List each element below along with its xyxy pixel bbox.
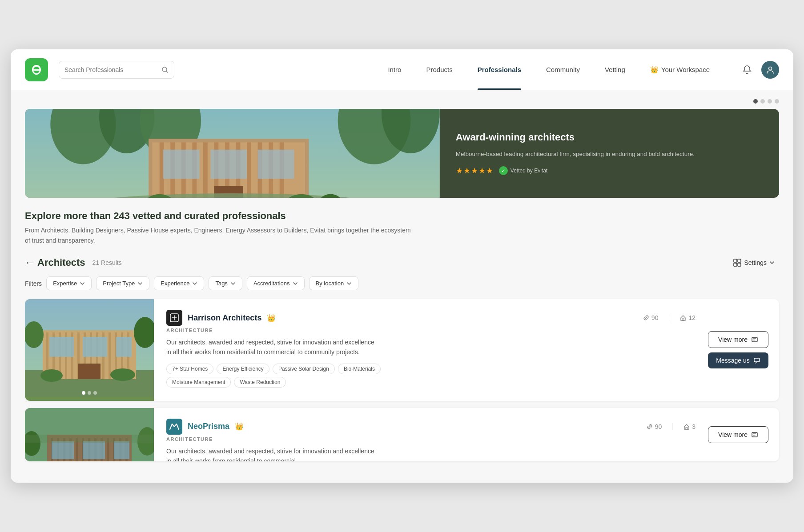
filter-project-type-button[interactable]: Project Type: [96, 276, 149, 290]
svg-rect-23: [210, 150, 247, 179]
hero-image: [25, 109, 440, 198]
links-number-harrison: 90: [651, 314, 659, 321]
filter-location-label: By location: [316, 280, 344, 287]
back-arrow-icon: ←: [25, 257, 35, 268]
card-body-neoprisma: NeoPrisma 👑 90: [154, 408, 708, 461]
app-logo[interactable]: [25, 58, 48, 81]
search-bar[interactable]: [59, 61, 174, 79]
hero-description: Melbourne-based leading architectural fi…: [456, 149, 763, 159]
filter-expertise-label: Expertise: [53, 280, 77, 287]
professional-card-harrison: Harrison Architects 👑 90: [25, 299, 779, 401]
svg-rect-14: [203, 143, 208, 198]
vetted-label: Vetted by Evitat: [511, 168, 547, 174]
card-description-neoprisma: Our architects, awarded and respected, s…: [166, 446, 380, 461]
filter-tags-button[interactable]: Tags: [209, 276, 242, 290]
hero-banner: Award-winning architects Melbourne-based…: [25, 109, 779, 198]
explore-description: From Architects, Building Designers, Pas…: [25, 225, 416, 245]
chevron-project-icon: [137, 281, 143, 286]
view-more-icon: [751, 336, 758, 343]
tag-7star[interactable]: 7+ Star Homes: [166, 364, 213, 374]
link-icon-2: [647, 424, 653, 430]
tag-waste-reduction[interactable]: Waste Reduction: [234, 377, 286, 388]
card-type-neoprisma: ARCHITECTURE: [166, 436, 695, 442]
filter-accreditations-label: Accreditations: [253, 280, 290, 287]
filter-location-button[interactable]: By location: [309, 276, 359, 290]
tags-row-harrison: 7+ Star Homes Energy Efficiency Passive …: [166, 364, 695, 374]
card-crown-harrison: 👑: [267, 314, 276, 322]
svg-rect-34: [738, 263, 741, 266]
svg-rect-48: [109, 332, 111, 379]
filters-row: Filters Expertise Project Type Experienc…: [25, 276, 779, 290]
card-logo-harrison: [166, 310, 182, 326]
tag-bio-materials[interactable]: Bio-Materials: [338, 364, 381, 374]
hero-title: Award-winning architects: [456, 131, 763, 144]
main-content: Award-winning architects Melbourne-based…: [11, 90, 793, 483]
crown-icon: 👑: [650, 66, 659, 74]
chevron-accreditations-icon: [293, 281, 298, 286]
user-avatar-button[interactable]: [761, 61, 779, 79]
img-dot-3[interactable]: [93, 391, 97, 395]
home-icon: [680, 315, 686, 321]
chevron-tags-icon: [230, 281, 236, 286]
filter-expertise-button[interactable]: Expertise: [46, 276, 92, 290]
svg-rect-22: [163, 150, 200, 179]
nav-intro[interactable]: Intro: [375, 49, 414, 90]
message-label-harrison: Message us: [716, 357, 749, 364]
card-image-neoprisma: [25, 408, 154, 461]
search-icon: [161, 66, 169, 73]
category-title: Architects: [37, 257, 85, 268]
view-more-label-neoprisma: View more: [718, 431, 748, 438]
svg-rect-86: [25, 435, 154, 443]
card-body-harrison: Harrison Architects 👑 90: [154, 299, 708, 401]
nav-actions: [738, 61, 779, 79]
nav-workspace[interactable]: 👑 Your Workspace: [638, 49, 722, 90]
filter-experience-button[interactable]: Experience: [154, 276, 204, 290]
settings-label: Settings: [744, 259, 767, 266]
card-description-harrison: Our architects, awarded and respected, s…: [166, 337, 380, 357]
home-icon-2: [683, 424, 690, 430]
user-icon: [766, 65, 775, 74]
dot-1[interactable]: [753, 99, 758, 104]
nav-vetting[interactable]: Vetting: [592, 49, 638, 90]
tag-passive-solar[interactable]: Passive Solar Design: [273, 364, 335, 374]
filter-accreditations-button[interactable]: Accreditations: [247, 276, 305, 290]
card-links-count-harrison: 90: [643, 314, 659, 321]
svg-rect-55: [78, 364, 100, 379]
svg-rect-62: [752, 337, 757, 342]
svg-point-58: [40, 369, 63, 382]
nav-products[interactable]: Products: [414, 49, 465, 90]
card-header-neoprisma: NeoPrisma 👑 90: [166, 419, 695, 435]
view-more-label-harrison: View more: [718, 336, 748, 343]
nav-community[interactable]: Community: [534, 49, 592, 90]
notifications-button[interactable]: [738, 61, 756, 79]
search-input[interactable]: [64, 66, 158, 73]
dot-2[interactable]: [760, 99, 765, 104]
dot-3[interactable]: [768, 99, 772, 104]
carousel-dots: [25, 99, 779, 104]
view-more-button-harrison[interactable]: View more: [708, 331, 768, 348]
browser-frame: Intro Products Professionals Community V…: [11, 49, 793, 483]
tag-energy-efficiency[interactable]: Energy Efficiency: [217, 364, 269, 374]
svg-point-56: [25, 321, 44, 348]
view-more-button-neoprisma[interactable]: View more: [708, 426, 768, 443]
img-dot-1[interactable]: [82, 391, 85, 395]
homes-number-neoprisma: 3: [692, 423, 695, 430]
nav-professionals[interactable]: Professionals: [465, 49, 534, 90]
card-name-harrison: Harrison Architects: [188, 313, 261, 323]
back-to-category-button[interactable]: ← Architects: [25, 257, 85, 268]
settings-button[interactable]: Settings: [729, 256, 779, 269]
results-count: 21 Results: [92, 259, 122, 266]
vetted-check-icon: ✓: [499, 166, 508, 175]
img-dot-2[interactable]: [88, 391, 91, 395]
explore-section: Explore more than 243 vetted and curated…: [25, 210, 779, 245]
card-header-harrison: Harrison Architects 👑 90: [166, 310, 695, 326]
professional-card-neoprisma: NeoPrisma 👑 90: [25, 408, 779, 461]
svg-rect-80: [52, 441, 74, 459]
message-button-harrison[interactable]: Message us: [708, 352, 768, 368]
chevron-expertise-icon: [80, 281, 85, 286]
svg-rect-87: [686, 428, 687, 429]
dot-4[interactable]: [775, 99, 779, 104]
svg-point-1: [769, 67, 772, 70]
tag-moisture[interactable]: Moisture Management: [166, 377, 231, 388]
chevron-down-icon: [769, 260, 775, 265]
